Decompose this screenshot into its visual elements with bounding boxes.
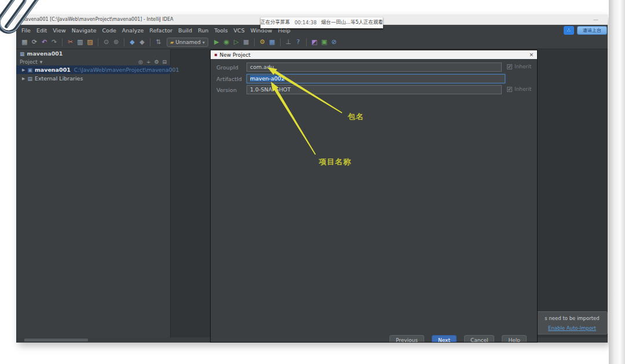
balloon-message: s need to be imported xyxy=(537,315,607,321)
hide-panel-icon[interactable]: ⊟ xyxy=(162,59,167,65)
artifactid-input[interactable]: maven-a002 xyxy=(247,74,505,83)
maven-import-balloon: s need to be imported Enable Auto-Import xyxy=(536,311,608,334)
tree-row-external-libraries[interactable]: ▶ ▤ External Libraries xyxy=(16,74,171,83)
toolbar-separator xyxy=(124,38,124,46)
inherit-checkbox-groupid[interactable]: ✓ Inherit xyxy=(507,64,531,69)
version-input[interactable]: 1.0-SNAPSHOT xyxy=(247,85,502,94)
meeting-icon[interactable]: ∴ xyxy=(564,26,574,35)
project-structure-icon[interactable]: ▦ xyxy=(267,36,277,49)
dialog-title: New Project xyxy=(219,52,250,58)
cancel-button[interactable]: Cancel xyxy=(464,335,495,343)
replace-icon[interactable]: ⊚ xyxy=(111,36,121,49)
dialog-buttons: PreviousNextCancelHelp xyxy=(389,335,527,343)
plugin-icon[interactable]: ◩ xyxy=(310,36,319,49)
copy-icon[interactable]: ▥ xyxy=(75,36,85,49)
stop-icon[interactable]: ■ xyxy=(241,36,251,49)
new-project-dialog: ▪ New Project ✕ GroupId com.adu ✓ Inheri… xyxy=(210,50,538,343)
cut-icon[interactable]: ✂ xyxy=(65,36,75,49)
dialog-icon: ▪ xyxy=(214,52,217,57)
minimize-button[interactable]: — xyxy=(593,14,598,25)
groupid-input[interactable]: com.adu xyxy=(247,62,502,72)
project-view-dropdown[interactable]: Project ▾ xyxy=(20,59,42,65)
menu-item-analyze[interactable]: Analyze xyxy=(119,27,146,34)
menu-item-tools[interactable]: Tools xyxy=(211,27,230,34)
intellij-window: mavena001 [C:\JavaWeb\mavenProject\maven… xyxy=(16,14,608,343)
share-viewers: 烟台—田山...等5人正在观看 xyxy=(321,19,383,26)
menu-item-file[interactable]: File xyxy=(19,27,34,34)
project-tab[interactable]: ▦ mavena001 xyxy=(20,50,62,57)
run-config-label: Unnamed xyxy=(175,39,201,45)
next-button[interactable]: Next xyxy=(432,335,457,343)
artifactid-row: ArtifactId maven-a002 xyxy=(211,74,537,84)
redo-icon[interactable]: ↷ xyxy=(49,36,59,49)
groupid-row: GroupId com.adu ✓ Inherit xyxy=(211,62,537,72)
expand-collapse-icon[interactable]: ÷ xyxy=(146,59,151,65)
libraries-icon: ▤ xyxy=(27,76,32,82)
paste-icon[interactable]: ▨ xyxy=(85,36,95,49)
share-status: 正在分享屏幕 xyxy=(260,19,290,26)
find-icon[interactable]: ⊙ xyxy=(101,36,111,49)
run-icon[interactable]: ▶ xyxy=(212,36,222,49)
annotation-package-name: 包名 xyxy=(348,112,364,122)
invite-on-stage-button[interactable]: 邀请上台 xyxy=(577,26,607,35)
menu-item-view[interactable]: View xyxy=(50,27,69,34)
menu-item-refactor[interactable]: Refactor xyxy=(146,27,175,34)
share-timer: 00:14:38 xyxy=(295,20,317,25)
settings-icon[interactable]: ⚙ xyxy=(258,36,267,49)
enable-auto-import-link[interactable]: Enable Auto-Import xyxy=(548,325,596,331)
project-tab-icon: ▦ xyxy=(20,51,25,57)
main-toolbar: ▦⟳↶↷✂▥▨⊙⊚◆◆⇅ ▰ Unnamed ▾ ▶◉▷■⚙▦⊥?◩▣⊘ xyxy=(16,36,608,49)
project-tab-label: mavena001 xyxy=(27,50,63,57)
project-panel: ▦ mavena001 Project ▾ ◎÷⚙⊟ ▶ ▣ mavena001… xyxy=(16,49,171,343)
settings-icon[interactable]: ⚙ xyxy=(154,59,159,65)
menu-item-vcs[interactable]: VCS xyxy=(231,27,248,34)
undo-icon[interactable]: ↶ xyxy=(39,36,49,49)
menu-item-build[interactable]: Build xyxy=(175,27,195,34)
locate-icon[interactable]: ◎ xyxy=(138,59,143,65)
tool-icon[interactable]: ⊥ xyxy=(284,36,293,49)
help-button[interactable]: Help xyxy=(502,335,527,343)
run-config-icon: ▰ xyxy=(170,40,174,45)
menu-item-navigate[interactable]: Navigate xyxy=(69,27,100,34)
chevron-down-icon: ▾ xyxy=(203,40,205,45)
tree-row-project[interactable]: ▶ ▣ mavena001 C:\JavaWeb\mavenProject\ma… xyxy=(16,65,171,74)
checkbox-check-icon: ✓ xyxy=(507,87,512,92)
tree-item-path: C:\JavaWeb\mavenProject\mavena001 xyxy=(74,67,179,73)
debug-icon[interactable]: ◉ xyxy=(222,36,231,49)
coverage-icon[interactable]: ▷ xyxy=(231,36,241,49)
expander-icon[interactable]: ▶ xyxy=(22,76,25,81)
menu-item-code[interactable]: Code xyxy=(99,27,119,34)
toolbar-separator xyxy=(62,38,62,46)
blocked-icon[interactable]: ⊘ xyxy=(329,36,339,49)
run-configuration-select[interactable]: ▰ Unnamed ▾ xyxy=(167,38,208,47)
version-row: Version 1.0-SNAPSHOT ✓ Inherit xyxy=(211,85,537,95)
forward-icon[interactable]: ◆ xyxy=(137,36,147,49)
help-icon[interactable]: ? xyxy=(293,36,303,49)
save-icon[interactable]: ▦ xyxy=(20,36,30,49)
annotation-project-name: 项目名称 xyxy=(319,157,351,167)
compare-icon[interactable]: ⇅ xyxy=(153,36,163,49)
framed-screenshot: mavena001 [C:\JavaWeb\mavenProject\maven… xyxy=(0,0,625,364)
toolbar-separator xyxy=(254,38,255,46)
inherit-checkbox-version[interactable]: ✓ Inherit xyxy=(507,86,531,92)
photo-edge-shadow xyxy=(609,0,625,364)
project-panel-header: Project ▾ ◎÷⚙⊟ xyxy=(16,57,170,66)
window-title: mavena001 [C:\JavaWeb\mavenProject\maven… xyxy=(21,14,174,25)
project-folder-icon: ▣ xyxy=(27,67,32,73)
menu-item-edit[interactable]: Edit xyxy=(34,27,50,34)
tree-item-name: External Libraries xyxy=(35,75,83,82)
close-icon[interactable]: ✕ xyxy=(529,52,534,58)
menu-item-run[interactable]: Run xyxy=(195,27,211,34)
groupid-label: GroupId xyxy=(216,64,238,71)
vcs-icon[interactable]: ▣ xyxy=(319,36,329,49)
back-icon[interactable]: ◆ xyxy=(127,36,137,49)
toolbar-separator xyxy=(98,38,98,46)
tree-item-name: mavena001 xyxy=(35,67,71,73)
dialog-titlebar: ▪ New Project ✕ xyxy=(211,50,537,59)
sync-icon[interactable]: ⟳ xyxy=(30,36,39,49)
toolbar-separator xyxy=(280,38,281,46)
artifactid-label: ArtifactId xyxy=(216,76,242,82)
previous-button[interactable]: Previous xyxy=(389,335,424,343)
checkbox-check-icon: ✓ xyxy=(507,64,512,69)
expander-icon[interactable]: ▶ xyxy=(22,68,25,72)
